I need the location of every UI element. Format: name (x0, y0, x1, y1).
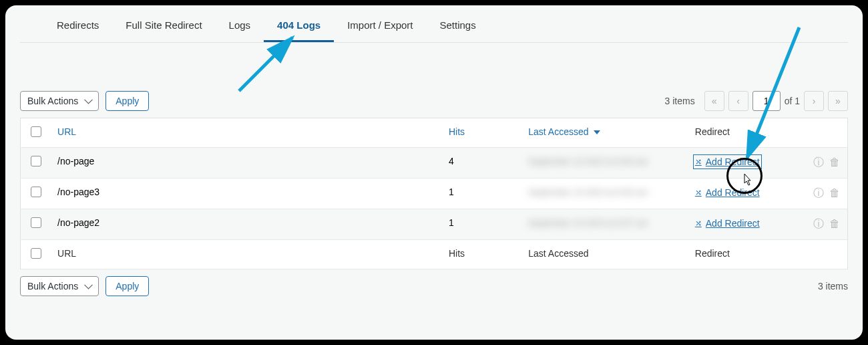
row-hits: 4 (442, 148, 521, 179)
row-last-accessed: September 10 2023 at 8:57 am (521, 209, 688, 240)
row-last-accessed: September 10 2023 at 9:00 am (521, 179, 688, 209)
pager-current-input[interactable] (752, 91, 781, 111)
add-redirect-button[interactable]: ⤭ Add Redirect (695, 187, 760, 198)
tab-full-site-redirect[interactable]: Full Site Redirect (112, 9, 215, 42)
trash-icon[interactable]: 🗑 (829, 187, 840, 199)
header-last-accessed-label: Last Accessed (528, 126, 588, 137)
bulk-actions-select-top[interactable]: Bulk Actions (20, 91, 99, 111)
pager-next[interactable]: › (804, 91, 824, 111)
sort-desc-icon (594, 130, 600, 134)
tab-settings[interactable]: Settings (427, 9, 489, 42)
row-url: /no-page (51, 148, 442, 179)
footer-hits: Hits (442, 240, 521, 269)
header-last-accessed[interactable]: Last Accessed (521, 118, 688, 148)
app-window: Redirects Full Site Redirect Logs 404 Lo… (5, 5, 863, 340)
row-checkbox[interactable] (31, 187, 41, 197)
add-redirect-label: Add Redirect (706, 187, 760, 198)
header-redirect: Redirect (688, 118, 805, 148)
select-all-checkbox-top[interactable] (31, 126, 41, 137)
add-redirect-button[interactable]: ⤭ Add Redirect (695, 218, 760, 229)
table-row: /no-page 4 September 10 2023 at 9:00 am … (21, 148, 848, 179)
pager-prev[interactable]: ‹ (728, 91, 748, 111)
row-checkbox[interactable] (31, 156, 41, 166)
bulk-actions-select-bottom[interactable]: Bulk Actions (20, 276, 99, 296)
table-row: /no-page2 1 September 10 2023 at 8:57 am… (21, 209, 848, 240)
shuffle-icon: ⤭ (695, 219, 702, 228)
table-footer-row: URL Hits Last Accessed Redirect (21, 240, 848, 269)
footer-redirect: Redirect (688, 240, 805, 269)
tab-import-export[interactable]: Import / Export (334, 9, 426, 42)
trash-icon[interactable]: 🗑 (829, 156, 840, 168)
add-redirect-label: Add Redirect (706, 218, 760, 229)
tab-404-logs[interactable]: 404 Logs (264, 9, 334, 42)
shuffle-icon: ⤭ (695, 188, 702, 197)
apply-button-bottom[interactable]: Apply (105, 276, 149, 296)
footer-last-accessed: Last Accessed (521, 240, 688, 269)
table-row: /no-page3 1 September 10 2023 at 9:00 am… (21, 179, 848, 209)
pager-top: 3 items « ‹ of 1 › » (665, 91, 848, 111)
row-hits: 1 (442, 179, 521, 209)
header-hits[interactable]: Hits (442, 118, 521, 148)
info-icon[interactable]: ⓘ (813, 187, 824, 199)
add-redirect-button[interactable]: ⤭ Add Redirect (695, 156, 760, 167)
shuffle-icon: ⤭ (695, 157, 702, 166)
row-last-accessed: September 10 2023 at 9:00 am (521, 148, 688, 179)
svg-line-0 (239, 37, 292, 91)
trash-icon[interactable]: 🗑 (829, 218, 840, 229)
item-count-top: 3 items (665, 96, 695, 106)
info-icon[interactable]: ⓘ (813, 156, 824, 168)
pager-of-label: of 1 (785, 96, 800, 106)
header-url[interactable]: URL (51, 118, 442, 148)
item-count-bottom: 3 items (818, 281, 848, 292)
tab-bar: Redirects Full Site Redirect Logs 404 Lo… (20, 5, 848, 43)
top-toolbar: Bulk Actions Apply 3 items « ‹ of 1 › » (20, 91, 848, 111)
apply-button-top[interactable]: Apply (105, 91, 149, 111)
row-hits: 1 (442, 209, 521, 240)
pager-last[interactable]: » (828, 91, 848, 111)
table-header-row: URL Hits Last Accessed Redirect (21, 118, 848, 148)
row-url: /no-page3 (51, 179, 442, 209)
select-all-checkbox-bottom[interactable] (31, 248, 41, 259)
footer-url: URL (51, 240, 442, 269)
pager-first[interactable]: « (704, 91, 724, 111)
bottom-toolbar: Bulk Actions Apply 3 items (20, 276, 848, 296)
tab-redirects[interactable]: Redirects (43, 9, 112, 42)
info-icon[interactable]: ⓘ (813, 218, 824, 229)
row-url: /no-page2 (51, 209, 442, 240)
header-actions (804, 118, 847, 148)
row-checkbox[interactable] (31, 217, 41, 228)
logs-table: URL Hits Last Accessed Redirect /no-page… (20, 118, 848, 269)
tab-logs[interactable]: Logs (216, 9, 264, 42)
add-redirect-label: Add Redirect (706, 156, 760, 167)
